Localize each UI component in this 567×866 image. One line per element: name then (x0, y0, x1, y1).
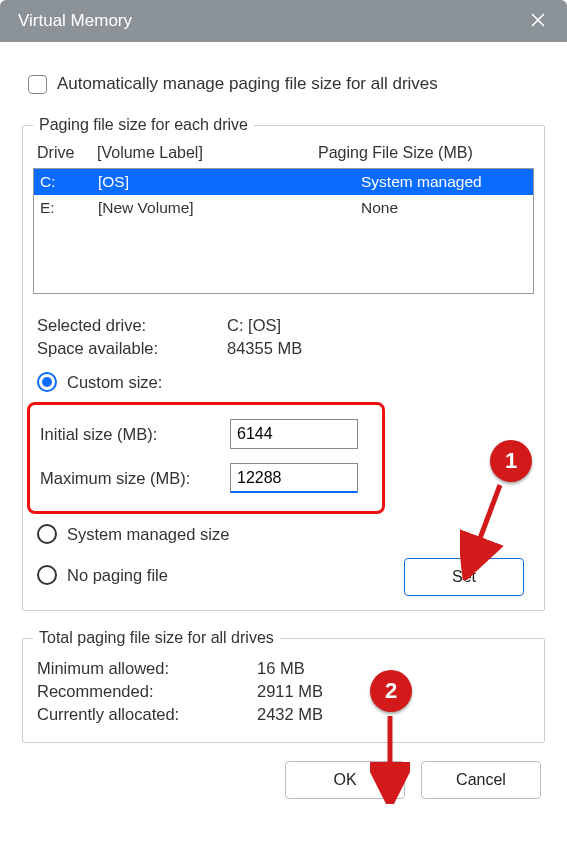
custom-size-label: Custom size: (67, 373, 162, 392)
recommended-label: Recommended: (37, 682, 257, 701)
col-drive: Drive (37, 144, 97, 162)
system-managed-label: System managed size (67, 525, 229, 544)
annotation-highlight-box: Initial size (MB): Maximum size (MB): (27, 402, 385, 514)
space-available-value: 84355 MB (227, 339, 302, 358)
no-paging-label: No paging file (67, 566, 168, 585)
drive-size: System managed (319, 173, 529, 191)
drive-volume: [OS] (98, 173, 319, 191)
selected-drive-value: C: [OS] (227, 316, 281, 335)
maximum-size-label: Maximum size (MB): (40, 469, 230, 488)
drive-row[interactable]: C: [OS] System managed (34, 169, 533, 195)
per-drive-group: Paging file size for each drive Drive [V… (22, 116, 545, 611)
ok-button[interactable]: OK (285, 761, 405, 799)
col-volume-label: [Volume Label] (97, 144, 318, 162)
space-available-label: Space available: (37, 339, 227, 358)
drive-volume: [New Volume] (98, 199, 319, 217)
auto-manage-label: Automatically manage paging file size fo… (57, 74, 438, 94)
initial-size-input[interactable] (230, 419, 358, 449)
drive-letter: E: (38, 199, 98, 217)
cancel-button[interactable]: Cancel (421, 761, 541, 799)
virtual-memory-dialog: Virtual Memory Automatically manage pagi… (0, 0, 567, 866)
recommended-value: 2911 MB (257, 682, 323, 701)
drive-size: None (319, 199, 529, 217)
titlebar: Virtual Memory (0, 0, 567, 42)
drive-row[interactable]: E: [New Volume] None (34, 195, 533, 221)
currently-allocated-value: 2432 MB (257, 705, 323, 724)
window-title: Virtual Memory (18, 11, 132, 31)
annotation-badge-2: 2 (370, 670, 412, 712)
totals-legend: Total paging file size for all drives (33, 629, 280, 647)
no-paging-radio[interactable] (37, 565, 57, 585)
drive-list[interactable]: C: [OS] System managed E: [New Volume] N… (33, 168, 534, 294)
maximum-size-input[interactable] (230, 463, 358, 493)
per-drive-legend: Paging file size for each drive (33, 116, 254, 134)
set-button[interactable]: Set (404, 558, 524, 596)
currently-allocated-label: Currently allocated: (37, 705, 257, 724)
min-allowed-value: 16 MB (257, 659, 305, 678)
drive-letter: C: (38, 173, 98, 191)
col-paging-size: Paging File Size (MB) (318, 144, 528, 162)
drive-list-header: Drive [Volume Label] Paging File Size (M… (33, 142, 534, 168)
initial-size-label: Initial size (MB): (40, 425, 230, 444)
selected-drive-label: Selected drive: (37, 316, 227, 335)
auto-manage-checkbox[interactable] (28, 75, 47, 94)
totals-group: Total paging file size for all drives Mi… (22, 629, 545, 743)
system-managed-radio[interactable] (37, 524, 57, 544)
annotation-badge-1: 1 (490, 440, 532, 482)
custom-size-radio[interactable] (37, 372, 57, 392)
min-allowed-label: Minimum allowed: (37, 659, 257, 678)
close-icon[interactable] (523, 8, 553, 34)
